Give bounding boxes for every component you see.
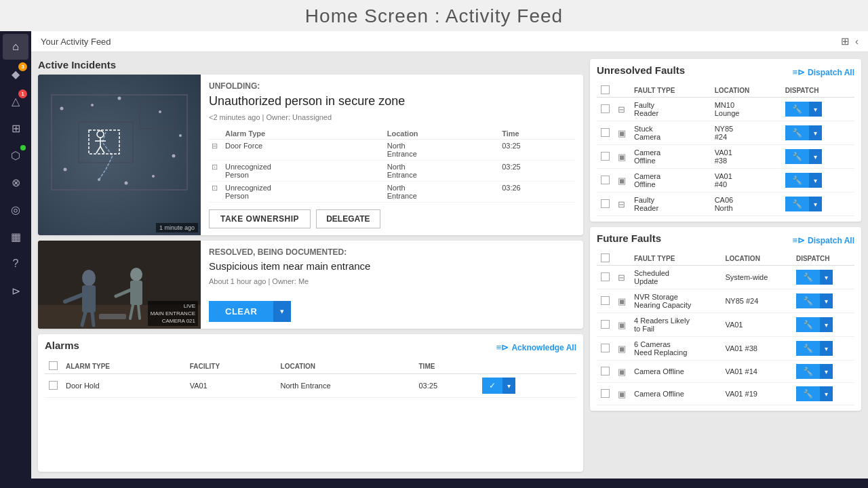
fault-type-cell: CameraOffline: [630, 169, 711, 192]
fault-location-cell: NY85#24: [711, 121, 781, 145]
wrench-icon-5: 🔧: [792, 199, 802, 209]
future-dispatch-dd-1[interactable]: ▾: [820, 270, 833, 285]
future-checkbox-6[interactable]: [601, 389, 610, 398]
dispatch-dropdown-5[interactable]: ▾: [809, 197, 822, 211]
chevron-left-icon[interactable]: ‹: [855, 35, 859, 47]
future-dispatch-btn-4[interactable]: 🔧: [796, 341, 820, 356]
future-checkbox-2[interactable]: [601, 296, 610, 305]
future-fault-type-header: FAULT TYPE: [630, 252, 721, 266]
fault-dispatch-cell: 🔧 ▾: [781, 121, 854, 145]
dispatch-dropdown-2[interactable]: ▾: [809, 125, 822, 140]
svg-point-7: [179, 134, 182, 137]
future-dispatch-btn-5[interactable]: 🔧: [796, 364, 820, 379]
future-dispatch-btn-6[interactable]: 🔧: [796, 386, 820, 401]
fault-row: ▣ StuckCamera NY85#24 🔧 ▾: [597, 121, 854, 145]
future-checkbox-1[interactable]: [601, 272, 610, 281]
fault-location-cell: VA01#40: [711, 169, 781, 192]
future-fault-icon-header: [614, 252, 630, 266]
future-dispatch-dd-5[interactable]: ▾: [820, 364, 833, 379]
future-checkbox-4[interactable]: [601, 344, 610, 352]
fault-location-cell: MN10Lounge: [711, 98, 781, 121]
fault-checkbox-5[interactable]: [601, 199, 610, 208]
future-fault-icon: ▣: [614, 383, 630, 405]
dispatch-filter-icon-2: ≡⊳: [793, 235, 806, 245]
future-dispatch-dd-4[interactable]: ▾: [820, 341, 833, 356]
alarm-icon-person2: ⊡: [209, 182, 222, 203]
exit-icon: ⊳: [12, 285, 20, 298]
alarms-title: Alarms: [45, 340, 79, 351]
svg-point-14: [97, 131, 104, 138]
sidebar-item-camera[interactable]: ◎: [3, 197, 28, 222]
future-fault-check: [597, 313, 614, 337]
activity-feed-label: Your Activity Feed: [41, 37, 111, 47]
dispatch-button-2[interactable]: 🔧: [785, 125, 809, 140]
clear-button[interactable]: CLEAR: [209, 301, 273, 322]
dispatch-button-5[interactable]: 🔧: [785, 197, 809, 211]
fault-checkbox-2[interactable]: [601, 128, 610, 137]
future-dispatch-dd-2[interactable]: ▾: [820, 293, 833, 308]
dispatch-all-future-btn[interactable]: ≡⊳ Dispatch All: [793, 235, 855, 245]
acknowledge-button[interactable]: ✓: [482, 378, 502, 394]
wrench-icon-f6: 🔧: [803, 389, 813, 399]
future-checkbox-3[interactable]: [601, 320, 610, 329]
dispatch-dropdown-4[interactable]: ▾: [809, 173, 822, 188]
alarm-table-row: Door Hold VA01 North Entrance 03:25 ✓ ▾: [45, 374, 576, 398]
resolved-meta: About 1 hour ago | Owner: Me: [209, 277, 575, 285]
fault-dispatch-cell: 🔧 ▾: [781, 145, 854, 169]
future-fault-select-all[interactable]: [601, 253, 610, 262]
sidebar-item-exit[interactable]: ⊳: [3, 278, 28, 304]
sidebar-item-alerts[interactable]: △ 1: [3, 88, 28, 114]
filter-badge: [20, 145, 26, 150]
svg-line-18: [100, 146, 104, 153]
fault-icon-header: [614, 84, 630, 98]
future-fault-row: ▣ NVR StorageNearing Capacity NY85 #24 🔧…: [597, 289, 854, 313]
grid-icon[interactable]: ⊞: [841, 35, 850, 47]
future-faults-title: Future Faults: [597, 232, 661, 244]
delegate-button[interactable]: DELEGATE: [316, 209, 380, 228]
alarms-select-all-checkbox[interactable]: [49, 361, 58, 370]
dispatch-button-3[interactable]: 🔧: [785, 149, 809, 164]
future-dispatch-btn-3[interactable]: 🔧: [796, 317, 820, 332]
alarm-row: ⊡ UnrecognizedPerson NorthEntrance 03:26: [209, 182, 575, 203]
future-dispatch-dd-6[interactable]: ▾: [820, 386, 833, 401]
sidebar-item-link[interactable]: ⊗: [3, 169, 28, 195]
fault-device-icon: ⊟: [614, 192, 630, 216]
clear-dropdown-button[interactable]: ▾: [273, 301, 291, 322]
sidebar-item-filter[interactable]: ⬡: [3, 142, 28, 168]
future-fault-row: ▣ Camera Offline VA01 #19 🔧 ▾: [597, 383, 854, 405]
future-dispatch-dd-3[interactable]: ▾: [820, 317, 833, 332]
dispatch-all-unresolved-btn[interactable]: ≡⊳ Dispatch All: [793, 67, 855, 77]
take-ownership-button[interactable]: TAKE OWNERSHIP: [209, 209, 311, 228]
alarm-checkbox[interactable]: [49, 381, 58, 390]
future-dispatch-btn-1[interactable]: 🔧: [796, 270, 820, 285]
dispatch-dropdown-3[interactable]: ▾: [809, 149, 822, 164]
security-badge: 3: [18, 62, 27, 71]
fault-select-all[interactable]: [601, 85, 610, 94]
future-fault-icon: ⊟: [614, 266, 630, 289]
future-fault-type: ScheduledUpdate: [630, 266, 721, 289]
alarms-time-header: TIME: [415, 359, 479, 374]
filter-dispatch-icon: ≡⊳: [496, 342, 509, 352]
acknowledge-dropdown-button[interactable]: ▾: [502, 378, 515, 394]
fault-checkbox-3[interactable]: [601, 152, 610, 161]
sidebar-item-security[interactable]: ◆ 3: [3, 61, 28, 87]
future-fault-check: [597, 266, 614, 289]
sidebar-item-home[interactable]: ⌂: [3, 34, 28, 60]
future-checkbox-5[interactable]: [601, 367, 610, 375]
incident-details-unfolding: UNFOLDING: Unauthorized person in secure…: [201, 75, 583, 235]
future-dispatch-btn-2[interactable]: 🔧: [796, 293, 820, 308]
fault-checkbox-4[interactable]: [601, 176, 610, 184]
dispatch-button-1[interactable]: 🔧: [785, 102, 809, 117]
sidebar-item-reports[interactable]: ⊞: [3, 115, 28, 141]
dispatch-dropdown-1[interactable]: ▾: [809, 102, 822, 117]
dispatch-button-4[interactable]: 🔧: [785, 173, 809, 188]
sidebar-item-analytics[interactable]: ▦: [3, 224, 28, 249]
svg-point-8: [172, 155, 176, 158]
svg-point-4: [91, 104, 94, 106]
fault-checkbox-1[interactable]: [601, 104, 610, 113]
svg-line-17: [96, 146, 100, 153]
people-image: LIVEMAIN ENTRANCECAMERA 021: [38, 241, 201, 329]
sidebar-item-help[interactable]: ?: [3, 251, 28, 277]
acknowledge-all-btn[interactable]: ≡⊳ Acknowledge All: [496, 342, 576, 352]
wrench-icon-f2: 🔧: [803, 296, 813, 306]
